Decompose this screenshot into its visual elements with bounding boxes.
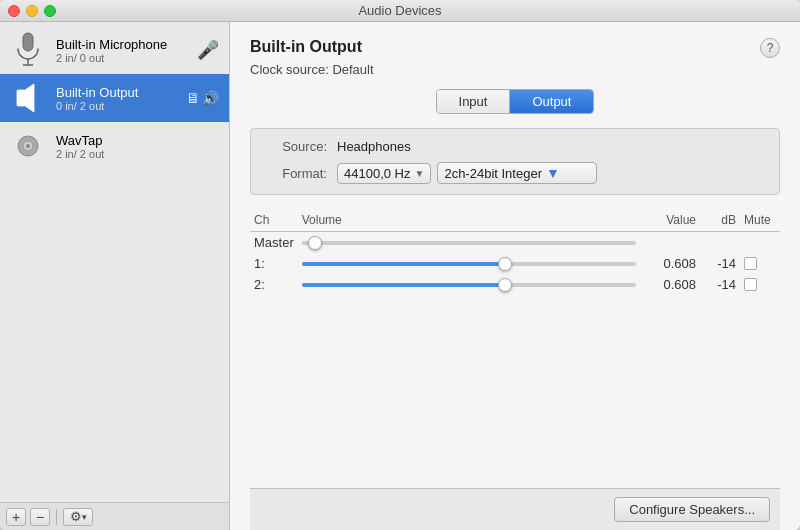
ch2-mute-cell (740, 274, 780, 295)
ch2-volume-cell (298, 274, 640, 295)
master-volume-slider[interactable] (302, 241, 636, 245)
speaker-badge-icon: 🔊 (202, 90, 219, 106)
sidebar-item-built-in-output[interactable]: Built-in Output 0 in/ 2 out 🖥 🔊 (0, 74, 229, 122)
tab-group: Input Output (436, 89, 595, 114)
wavtap-subtitle: 2 in/ 2 out (56, 148, 219, 160)
svg-point-7 (26, 144, 30, 148)
ch2-volume-slider[interactable] (302, 283, 636, 287)
ch2-db: -14 (700, 274, 740, 295)
sidebar-footer: + − ⚙ ▾ (0, 502, 229, 530)
built-in-microphone-subtitle: 2 in/ 0 out (56, 52, 187, 64)
sidebar-item-built-in-microphone[interactable]: Built-in Microphone 2 in/ 0 out 🎤 (0, 26, 229, 74)
titlebar: Audio Devices (0, 0, 800, 22)
ch1-volume-slider[interactable] (302, 262, 636, 266)
format-hz-arrow-icon: ▼ (415, 168, 425, 179)
screen-badge-icon: 🖥 (186, 90, 200, 106)
content-area: Built-in Microphone 2 in/ 0 out 🎤 Bui (0, 22, 800, 530)
ch1-slider-fill (302, 262, 505, 266)
ch1-value: 0.608 (640, 253, 700, 274)
ch1-db: -14 (700, 253, 740, 274)
volume-row-ch2: 2: 0.608 -14 (250, 274, 780, 295)
clock-source-label: Clock source: (250, 62, 329, 77)
maximize-button[interactable] (44, 5, 56, 17)
volume-table: Ch Volume Value dB Mute Master (250, 211, 780, 295)
minimize-button[interactable] (26, 5, 38, 17)
format-bits-select[interactable]: 2ch-24bit Integer ▼ (437, 162, 597, 184)
col-header-mute: Mute (740, 211, 780, 232)
configure-speakers-button[interactable]: Configure Speakers... (614, 497, 770, 522)
source-value: Headphones (337, 139, 411, 154)
add-device-button[interactable]: + (6, 508, 26, 526)
sidebar-items: Built-in Microphone 2 in/ 0 out 🎤 Bui (0, 22, 229, 502)
source-row: Source: Headphones (267, 139, 763, 154)
built-in-output-info: Built-in Output 0 in/ 2 out (56, 85, 176, 112)
master-ch-label: Master (250, 232, 298, 254)
volume-row-master: Master (250, 232, 780, 254)
ch2-mute-checkbox[interactable] (744, 278, 757, 291)
close-button[interactable] (8, 5, 20, 17)
master-slider-thumb[interactable] (308, 236, 322, 250)
col-header-volume: Volume (298, 211, 640, 232)
built-in-microphone-info: Built-in Microphone 2 in/ 0 out (56, 37, 187, 64)
output-badge-icons: 🖥 🔊 (186, 90, 219, 106)
master-db (700, 232, 740, 254)
traffic-lights (8, 5, 56, 17)
chevron-down-icon: ▾ (82, 512, 87, 522)
help-button[interactable]: ? (760, 38, 780, 58)
built-in-microphone-title: Built-in Microphone (56, 37, 187, 52)
gear-icon: ⚙ (70, 509, 82, 524)
bottom-bar: Configure Speakers... (250, 488, 780, 530)
sidebar-item-wavtap[interactable]: WavTap 2 in/ 2 out (0, 122, 229, 170)
col-header-db: dB (700, 211, 740, 232)
built-in-output-title: Built-in Output (56, 85, 176, 100)
remove-device-button[interactable]: − (30, 508, 50, 526)
tab-input[interactable]: Input (437, 90, 511, 113)
volume-section: Ch Volume Value dB Mute Master (250, 211, 780, 488)
format-selects: 44100,0 Hz ▼ 2ch-24bit Integer ▼ (337, 162, 597, 184)
device-header: Built-in Output ? (250, 38, 780, 58)
format-hz-value: 44100,0 Hz (344, 166, 411, 181)
microphone-badge-icon: 🎤 (197, 39, 219, 61)
tab-bar: Input Output (250, 89, 780, 114)
format-row: Format: 44100,0 Hz ▼ 2ch-24bit Integer ▼ (267, 162, 763, 184)
wavtap-device-icon (10, 128, 46, 164)
ch1-mute-cell (740, 253, 780, 274)
ch2-slider-thumb[interactable] (498, 278, 512, 292)
wavtap-title: WavTap (56, 133, 219, 148)
source-label: Source: (267, 139, 337, 154)
speaker-device-icon (10, 80, 46, 116)
master-volume-cell (298, 232, 640, 254)
svg-marker-4 (25, 84, 34, 112)
window: Audio Devices Built-in (0, 0, 800, 530)
ch1-volume-cell (298, 253, 640, 274)
ch2-slider-fill (302, 283, 505, 287)
ch1-mute-checkbox[interactable] (744, 257, 757, 270)
settings-section: Source: Headphones Format: 44100,0 Hz ▼ … (250, 128, 780, 195)
sidebar: Built-in Microphone 2 in/ 0 out 🎤 Bui (0, 22, 230, 530)
ch1-slider-thumb[interactable] (498, 257, 512, 271)
volume-row-ch1: 1: 0.608 -14 (250, 253, 780, 274)
tab-output[interactable]: Output (510, 90, 593, 113)
svg-rect-3 (17, 90, 25, 106)
format-bits-value: 2ch-24bit Integer (444, 166, 542, 181)
footer-divider (56, 509, 57, 525)
wavtap-info: WavTap 2 in/ 2 out (56, 133, 219, 160)
col-header-ch: Ch (250, 211, 298, 232)
settings-button[interactable]: ⚙ ▾ (63, 508, 93, 526)
col-header-value: Value (640, 211, 700, 232)
format-hz-select[interactable]: 44100,0 Hz ▼ (337, 163, 431, 184)
window-title: Audio Devices (358, 3, 441, 18)
svg-rect-0 (23, 33, 33, 51)
microphone-device-icon (10, 32, 46, 68)
master-value (640, 232, 700, 254)
format-bits-arrow-icon: ▼ (546, 165, 560, 181)
ch2-value: 0.608 (640, 274, 700, 295)
device-name: Built-in Output (250, 38, 362, 56)
clock-source-row: Clock source: Default (250, 62, 780, 77)
volume-table-header: Ch Volume Value dB Mute (250, 211, 780, 232)
built-in-output-subtitle: 0 in/ 2 out (56, 100, 176, 112)
master-mute-cell (740, 232, 780, 254)
format-label: Format: (267, 166, 337, 181)
ch2-label: 2: (250, 274, 298, 295)
main-panel: Built-in Output ? Clock source: Default … (230, 22, 800, 530)
